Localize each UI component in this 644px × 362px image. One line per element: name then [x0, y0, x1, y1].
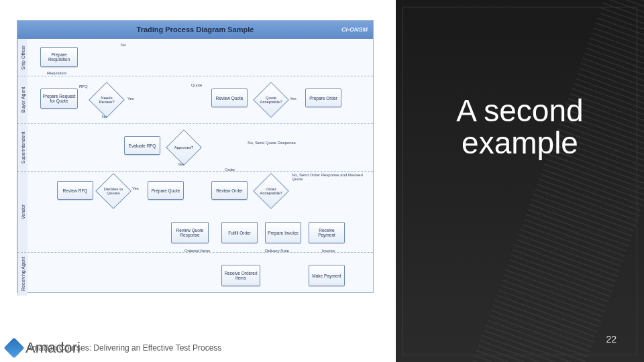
lane-label: Vendor	[17, 172, 28, 252]
title-panel-border: A second example 22	[402, 7, 637, 355]
edge-label-quote: Quote	[191, 83, 202, 87]
lane-label: Superintendent	[17, 124, 28, 171]
edge-label-rfq: RFQ	[79, 84, 88, 88]
node-prepare-invoice: Prepare Invoice	[265, 222, 301, 243]
edge-label-no: No	[121, 43, 126, 47]
edge-label-delivery-note: Delivery Note	[265, 249, 289, 253]
node-fulfill-order: Fulfill Order	[221, 222, 258, 243]
slide: A second example 22 Trading Process Diag…	[0, 0, 644, 362]
edge-label-no-quote-resp: No, Send Quote Response	[235, 141, 309, 145]
node-review-quote-resp: Review Quote Response	[171, 222, 209, 243]
edge-label-yes: Yes	[178, 162, 184, 166]
node-prepare-quote: Prepare Quote	[148, 181, 184, 200]
edge-label-yes: Yes	[290, 97, 297, 101]
node-prepare-order: Prepare Order	[305, 88, 341, 107]
edge-label-order: Order	[225, 168, 235, 172]
lane-buyer-agent: Buyer Agent Requisition Prepare Request …	[17, 76, 373, 124]
node-approves: Approves?	[166, 129, 202, 166]
node-prepare-rfq: Prepare Request for Quote	[40, 88, 78, 109]
lane-vendor: Vendor Review RFQ Decides to Quotes Yes …	[17, 172, 373, 253]
edge-label-yes: Yes	[132, 186, 139, 190]
edge-label-yes: Yes	[127, 97, 134, 101]
diagram-title-bar: Trading Process Diagram Sample CI-ONSM	[17, 21, 373, 39]
node-review-quote: Review Quote	[211, 88, 248, 107]
edge-label-no-order-resp: No, Send Order Response and Revised Quot…	[292, 173, 366, 181]
node-needs-review: Needs Review?	[89, 82, 125, 118]
diagram-title: Trading Process Diagram Sample	[137, 25, 254, 34]
edge-label-no: No	[102, 115, 107, 119]
swimlanes: Ship Officer Prepare Requisition No Buye…	[17, 39, 373, 293]
logo-icon	[3, 337, 24, 358]
slide-title: A second example	[403, 95, 637, 160]
edge-label-requisition: Requisition	[47, 71, 67, 75]
node-make-payment: Make Payment	[309, 265, 345, 286]
node-order-acceptable: Order Acceptable?	[253, 173, 289, 209]
node-review-rfq: Review RFQ	[57, 181, 93, 200]
node-prepare-requisition: Prepare Requisition	[40, 47, 78, 67]
node-evaluate-rfq: Evaluate RFQ	[124, 136, 160, 155]
footer-text: Amadori Courses: Delivering an Effective…	[27, 343, 221, 353]
lane-label: Buyer Agent	[17, 76, 28, 123]
lane-label: Receiving Agent	[17, 253, 28, 296]
node-decides-quotes: Decides to Quotes	[95, 173, 131, 209]
node-receive-payment: Receive Payment	[309, 222, 345, 243]
diagram-brand: CI-ONSM	[341, 21, 368, 38]
process-diagram: Trading Process Diagram Sample CI-ONSM S…	[17, 20, 374, 293]
page-number: 22	[606, 334, 616, 345]
title-panel: A second example 22	[396, 0, 644, 362]
lane-superintendent: Superintendent Evaluate RFQ Approves? Ye…	[17, 124, 373, 172]
lane-ship-officer: Ship Officer Prepare Requisition No	[17, 39, 373, 76]
node-quote-acceptable: Quote Acceptable?	[253, 82, 289, 118]
lane-label: Ship Officer	[17, 39, 28, 76]
node-review-order: Review Order	[211, 181, 248, 200]
node-receive-items: Receive Ordered Items	[221, 265, 260, 286]
edge-label-ordered-items: Ordered Items	[184, 249, 210, 253]
edge-label-invoice: Invoice	[322, 249, 335, 253]
lane-receiving-agent: Receiving Agent Ordered Items Receive Or…	[17, 253, 373, 296]
